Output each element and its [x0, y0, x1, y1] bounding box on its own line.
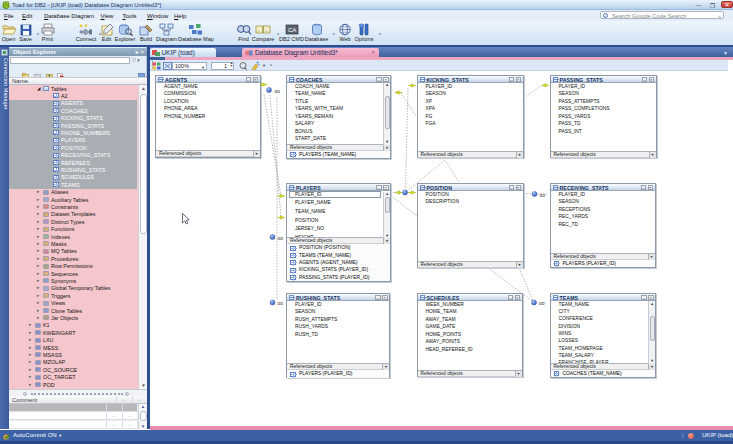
svg-text:oo: oo — [278, 235, 284, 241]
svg-text:oo: oo — [540, 192, 546, 198]
svg-text:oo: oo — [539, 300, 545, 306]
svg-text:oo: oo — [278, 300, 284, 306]
svg-text:oo: oo — [275, 88, 281, 94]
